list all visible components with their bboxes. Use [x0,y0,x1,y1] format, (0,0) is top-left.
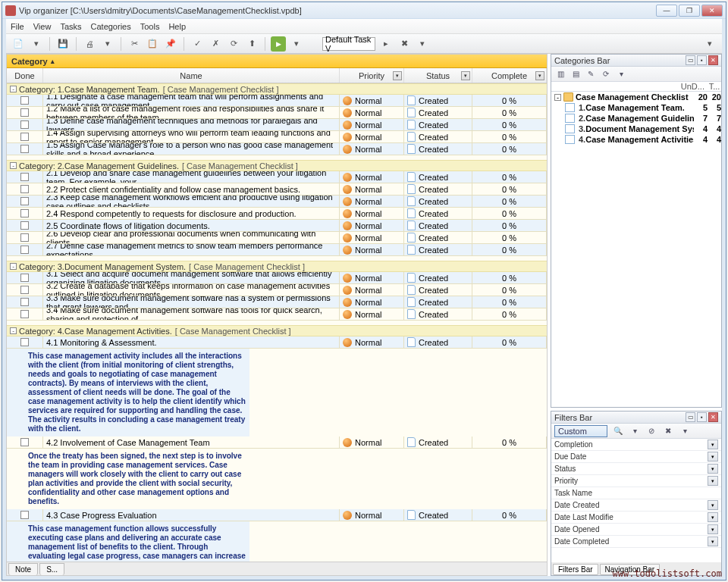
filter-delete-icon[interactable]: ✖ [662,425,674,437]
task-row[interactable]: 4.1 Monitoring & Assessment.NormalCreate… [7,336,547,349]
task-row[interactable]: 4.3 Case Progress EvaluationNormalCreate… [7,509,547,521]
tab-note[interactable]: Note [8,563,38,575]
filter-row[interactable]: Completion▾ [551,439,721,451]
task-row[interactable]: 2.2 Protect client confidentiality and f… [7,183,547,196]
new-icon[interactable] [11,36,26,52]
toolbar-btn-7[interactable]: ⬆ [244,36,259,52]
fpanel-float-icon[interactable]: ▭ [686,412,695,422]
filter-row[interactable]: Date Opened▾ [551,524,721,536]
filter-dropdown-icon[interactable]: ▾ [708,476,718,486]
task-row[interactable]: 2.6 Develop clear and professional docum… [7,232,547,244]
col-done[interactable]: Done [7,68,43,83]
done-checkbox[interactable] [20,221,29,230]
toolbar-btn-10[interactable]: ▾ [415,36,430,52]
category-band[interactable]: Category▴ [7,55,547,68]
task-row[interactable]: 4.2 Involvement of Case Management TeamN… [7,436,547,449]
filter-row[interactable]: Due Date▾ [551,451,721,463]
filter-tb-1[interactable]: ▾ [629,425,641,437]
toolbar-btn-5[interactable]: ✗ [208,36,223,52]
menu-tools[interactable]: Tools [140,22,160,31]
col-name[interactable]: Name [43,68,340,83]
filter-dropdown-icon[interactable]: ▾ [708,500,718,510]
tree-root[interactable]: - Case Management Checklist 20 20 [551,92,721,102]
col-priority[interactable]: Priority▾ [340,68,404,83]
done-checkbox[interactable] [20,185,29,193]
cat-tb-5[interactable]: ▾ [615,68,627,80]
filter-row[interactable]: Task Name [551,487,721,499]
col-status[interactable]: Status▾ [404,68,472,83]
toolbar-btn-1[interactable]: ✂ [127,36,142,52]
group-collapse-icon[interactable]: - [10,263,17,270]
menu-categories[interactable]: Categories [91,22,131,31]
done-checkbox[interactable] [20,511,29,519]
task-combo[interactable]: Default Task V [322,37,375,51]
filter-dropdown-icon[interactable]: ▾ [708,512,718,522]
group-collapse-icon[interactable]: - [10,86,17,92]
menu-file[interactable]: File [11,22,24,31]
play-dropdown-icon[interactable]: ▾ [289,36,304,52]
print-icon[interactable] [82,36,97,52]
rtab-filters[interactable]: Filters Bar [553,564,598,575]
tree-item[interactable]: 4.Case Management Activities44 [562,134,721,145]
task-row[interactable]: 3.2 Create a database that keeps informa… [7,284,547,296]
filter-row[interactable]: Date Created▾ [551,499,721,512]
panel-close-icon[interactable]: ✕ [708,55,718,65]
toolbar-more-icon[interactable]: ▾ [702,36,717,52]
done-checkbox[interactable] [20,233,29,242]
done-checkbox[interactable] [20,120,29,129]
filter-dropdown-icon[interactable]: ▾ [708,464,718,474]
custom-filter-select[interactable]: Custom [554,425,607,437]
filter-row[interactable]: Priority▾ [551,475,721,487]
menu-tasks[interactable]: Tasks [60,22,81,31]
cat-tb-1[interactable]: ▥ [554,68,566,80]
task-row[interactable]: 2.5 Coordinate flows of litigation docum… [7,220,547,232]
task-grid[interactable]: -Category: 1.Case Management Team.[ Case… [7,83,547,562]
toolbar-btn-8[interactable]: ▸ [378,36,394,52]
col-complete[interactable]: Complete▾ [472,68,547,83]
done-checkbox[interactable] [20,133,29,141]
done-checkbox[interactable] [20,209,29,217]
play-icon[interactable] [271,36,286,52]
done-checkbox[interactable] [20,246,29,254]
done-checkbox[interactable] [20,274,29,282]
task-row[interactable]: 2.4 Respond competently to requests for … [7,208,547,220]
save-icon[interactable] [55,36,71,52]
tree-collapse-icon[interactable]: - [554,94,561,101]
band-toggle-icon[interactable]: ▴ [51,58,55,65]
cat-tb-2[interactable]: ▤ [570,68,582,80]
panel-float-icon[interactable]: ▭ [686,55,695,65]
print-dropdown-icon[interactable]: ▾ [100,36,115,52]
done-checkbox[interactable] [20,310,29,318]
done-checkbox[interactable] [20,108,29,117]
task-row[interactable]: 2.1 Develop and share case management gu… [7,171,547,183]
done-checkbox[interactable] [20,338,29,346]
minimize-button[interactable]: — [656,5,677,17]
task-row[interactable]: 1.2 Make a list of case management roles… [7,107,547,119]
group-collapse-icon[interactable]: - [10,327,17,334]
filter-dropdown-icon[interactable]: ▾ [708,537,718,546]
group-row[interactable]: -Category: 1.Case Management Team.[ Case… [7,83,547,95]
toolbar-btn-9[interactable]: ✖ [397,36,412,52]
cat-tb-4[interactable]: ⟳ [600,68,612,80]
filter-dropdown-icon[interactable]: ▾ [708,524,718,534]
priority-filter-icon[interactable]: ▾ [393,71,402,80]
close-button[interactable]: ✕ [701,5,723,17]
tree-item[interactable]: 1.Case Management Team.55 [562,102,721,113]
fpanel-pin-icon[interactable]: ▪ [697,412,707,422]
toolbar-btn-4[interactable]: ✓ [190,36,205,52]
menu-help[interactable]: Help [168,22,186,31]
panel-pin-icon[interactable]: ▪ [697,55,707,65]
done-checkbox[interactable] [20,145,29,153]
done-checkbox[interactable] [20,298,29,306]
task-row[interactable]: 3.1 Select and acquire document manageme… [7,272,547,284]
group-row[interactable]: -Category: 3.Document Management System.… [7,261,547,272]
task-row[interactable]: 1.4 Assign supervising attorneys who wil… [7,131,547,143]
filter-dropdown-icon[interactable]: ▾ [708,452,718,462]
maximize-button[interactable]: ❐ [679,5,700,17]
filter-dropdown-icon[interactable]: ▾ [708,440,718,449]
task-row[interactable]: 2.7 Define case management metrics to sh… [7,244,547,256]
group-row[interactable]: -Category: 2.Case Management Guidelines.… [7,160,547,171]
tree-item[interactable]: 3.Document Management Syst44 [562,124,721,134]
filter-clear-icon[interactable]: ⊘ [645,425,657,437]
done-checkbox[interactable] [20,173,29,181]
